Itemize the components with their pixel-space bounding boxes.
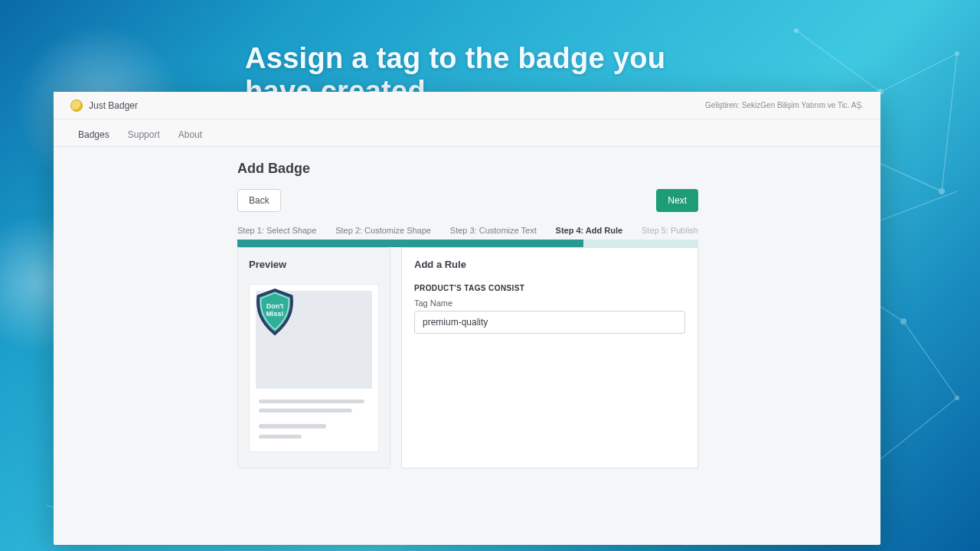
app-window: Just Badger Geliştiren: SekizGen Bilişim…: [54, 92, 880, 545]
product-preview-card: Don't Miss!: [249, 284, 379, 452]
tab-badges[interactable]: Badges: [70, 123, 117, 146]
developer-label: Geliştiren: SekizGen Bilişim Yatırım ve …: [705, 101, 864, 109]
svg-point-2: [955, 51, 959, 56]
back-button[interactable]: Back: [237, 189, 281, 212]
brand-name: Just Badger: [89, 100, 138, 111]
tag-name-input[interactable]: [414, 311, 685, 334]
step-labels: Step 1: Select Shape Step 2: Customize S…: [237, 224, 698, 240]
step-1-label: Step 1: Select Shape: [237, 224, 316, 240]
placeholder-line: [259, 435, 302, 439]
tag-name-label: Tag Name: [414, 298, 685, 308]
rule-panel-title: Add a Rule: [414, 259, 685, 270]
actions-row: Back Next: [237, 189, 698, 212]
placeholder-line: [259, 424, 326, 429]
tab-about[interactable]: About: [171, 123, 210, 146]
app-brand: Just Badger: [70, 99, 138, 112]
page-title: Add Badge: [237, 161, 698, 177]
step-2-label: Step 2: Customize Shape: [335, 224, 431, 240]
svg-point-6: [900, 318, 906, 324]
preview-panel: Preview Don't Miss!: [237, 247, 390, 468]
app-header: Just Badger Geliştiren: SekizGen Bilişim…: [54, 92, 880, 119]
badge-text-line1: Don't: [266, 302, 284, 310]
step-4-label: Step 4: Add Rule: [556, 224, 623, 240]
next-button[interactable]: Next: [656, 189, 698, 212]
svg-point-7: [955, 396, 959, 400]
placeholder-line: [259, 399, 364, 403]
step-progress: [237, 240, 698, 247]
badge-text-line2: Miss!: [266, 310, 283, 318]
brand-icon: [70, 99, 83, 112]
step-progress-fill: [237, 240, 583, 247]
step-5-label: Step 5: Publish: [642, 224, 698, 240]
svg-point-3: [939, 188, 945, 194]
badge-preview: Don't Miss!: [253, 288, 297, 337]
svg-point-0: [794, 28, 799, 33]
rule-section-label: PRODUCT'S TAGS CONSIST: [414, 284, 685, 292]
app-body: Add Badge Back Next Step 1: Select Shape…: [54, 147, 880, 545]
step-3-label: Step 3: Customize Text: [450, 224, 537, 240]
tab-support[interactable]: Support: [120, 123, 168, 146]
badge-text: Don't Miss!: [253, 285, 297, 334]
placeholder-line: [259, 409, 352, 412]
rule-panel: Add a Rule PRODUCT'S TAGS CONSIST Tag Na…: [401, 247, 698, 468]
nav-tabs: Badges Support About: [54, 119, 880, 147]
preview-title: Preview: [249, 259, 379, 270]
